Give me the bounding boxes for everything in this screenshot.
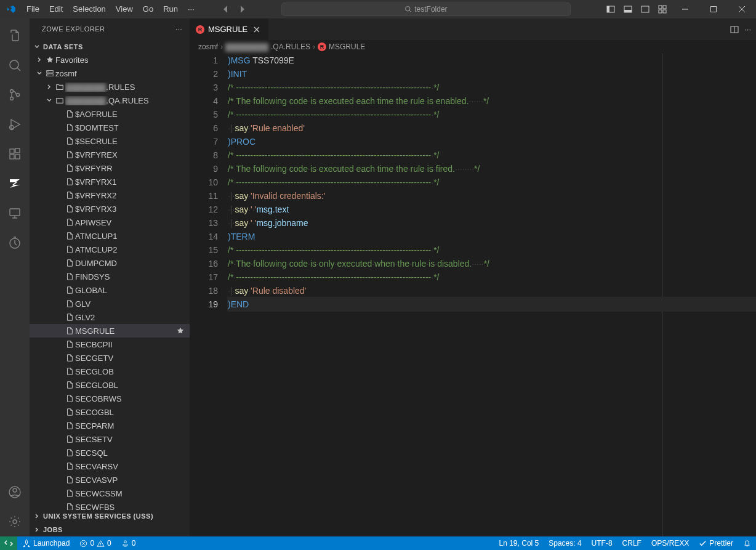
- tree-row[interactable]: ATMCLUP1: [30, 229, 190, 243]
- tab-msgrule[interactable]: R MSGRULE: [190, 18, 268, 40]
- window-maximize[interactable]: [699, 0, 728, 18]
- tree-row[interactable]: SECGLOB: [30, 365, 190, 378]
- svg-point-14: [17, 94, 20, 97]
- tree-row[interactable]: SECVASVP: [30, 473, 190, 487]
- window-minimize[interactable]: [671, 0, 699, 18]
- tree-row[interactable]: GLV2: [30, 310, 190, 324]
- activity-remote-icon[interactable]: [0, 198, 30, 228]
- layout-sidebar-left-icon[interactable]: [602, 0, 619, 18]
- item-icon: [64, 245, 75, 254]
- tree-row[interactable]: Favorites: [30, 53, 190, 67]
- item-label: $VRFYRX3: [75, 204, 116, 214]
- tree-row[interactable]: SECOGBL: [30, 405, 190, 419]
- tree-row[interactable]: $VRFYRR: [30, 161, 190, 175]
- editor-content[interactable]: 12345678910111213141516171819 )MSG TSS70…: [190, 54, 756, 536]
- tree-row[interactable]: ▓▓▓▓▓▓▓.QA.RULES: [30, 94, 190, 107]
- activity-extensions-icon[interactable]: [0, 139, 30, 169]
- tree-row[interactable]: $VRFYRX3: [30, 202, 190, 216]
- window-close[interactable]: [728, 0, 756, 18]
- menu-run[interactable]: Run: [158, 0, 183, 18]
- code[interactable]: )MSG TSS7099E)INIT/*·-------------------…: [228, 54, 756, 536]
- menu-go[interactable]: Go: [138, 0, 158, 18]
- activity-account-icon[interactable]: [0, 477, 30, 507]
- status-prettier[interactable]: Prettier: [694, 536, 738, 550]
- tree-row[interactable]: $VRFYRX2: [30, 188, 190, 202]
- tree-row[interactable]: APIWSEV: [30, 216, 190, 229]
- tree-row[interactable]: SECOBRWS: [30, 392, 190, 405]
- tree-row[interactable]: FINDSYS: [30, 270, 190, 283]
- section-datasets[interactable]: DATA SETS: [30, 40, 190, 54]
- section-uss[interactable]: UNIX SYSTEM SERVICES (USS): [30, 510, 190, 524]
- tree-row[interactable]: SECSQL: [30, 446, 190, 459]
- tree-row[interactable]: $DOMTEST: [30, 121, 190, 134]
- tree-row[interactable]: SECBCPII: [30, 338, 190, 351]
- menu-view[interactable]: View: [111, 0, 138, 18]
- breadcrumb-ds[interactable]: .QA.RULES: [271, 42, 310, 51]
- status-bell-icon[interactable]: [738, 536, 756, 550]
- menu-edit[interactable]: Edit: [44, 0, 68, 18]
- tree-row[interactable]: $AOFRULE: [30, 107, 190, 121]
- chevron-icon: [44, 83, 54, 91]
- item-icon: [64, 137, 75, 145]
- status-problems[interactable]: 0 0: [74, 536, 116, 550]
- menu-selection[interactable]: Selection: [68, 0, 110, 18]
- menu-more[interactable]: ···: [183, 0, 199, 18]
- tree-row[interactable]: SECGLOBL: [30, 378, 190, 392]
- tabs-actions: ···: [730, 18, 756, 40]
- layout-panel-icon[interactable]: [619, 0, 637, 18]
- tree-row[interactable]: DUMPCMD: [30, 256, 190, 270]
- nav-forward-icon[interactable]: [234, 1, 250, 17]
- svg-rect-8: [659, 10, 662, 13]
- breadcrumb-member[interactable]: MSGRULE: [329, 42, 365, 51]
- tree-row[interactable]: SECVARSV: [30, 459, 190, 473]
- status-encoding[interactable]: UTF-8: [587, 536, 617, 550]
- tab-close-icon[interactable]: [251, 24, 262, 35]
- sidebar-more-icon[interactable]: ···: [175, 25, 182, 33]
- tree-row[interactable]: SECWFBS: [30, 500, 190, 509]
- section-jobs[interactable]: JOBS: [30, 523, 190, 536]
- activity-zowe-icon[interactable]: [0, 169, 30, 198]
- nav-back-icon[interactable]: [218, 1, 234, 17]
- breadcrumb-root[interactable]: zosmf: [198, 42, 218, 51]
- item-icon: [64, 489, 75, 498]
- activity-debug-icon[interactable]: [0, 110, 30, 139]
- item-label: ▓▓▓▓▓▓▓.RULES: [65, 83, 135, 92]
- tree-row[interactable]: ATMCLUP2: [30, 243, 190, 256]
- activity-timer-icon[interactable]: [0, 228, 30, 257]
- activity-explorer-icon[interactable]: [0, 21, 30, 51]
- tree-row[interactable]: zosmf: [30, 67, 190, 80]
- activity-settings-icon[interactable]: [0, 507, 30, 536]
- status-spaces[interactable]: Spaces: 4: [544, 536, 586, 550]
- tree-row[interactable]: MSGRULE: [30, 324, 190, 338]
- tree-row[interactable]: $VRFYREX: [30, 148, 190, 161]
- tree-row[interactable]: $SECRULE: [30, 134, 190, 148]
- star-icon[interactable]: [176, 326, 185, 335]
- tree-row[interactable]: SECGETV: [30, 351, 190, 365]
- remote-button[interactable]: [0, 536, 17, 550]
- svg-point-0: [406, 7, 411, 12]
- status-ports[interactable]: 0: [116, 536, 141, 550]
- status-language[interactable]: OPS/REXX: [646, 536, 694, 550]
- tree-row[interactable]: SECPARM: [30, 419, 190, 432]
- file-type-icon: R: [318, 42, 326, 51]
- split-editor-icon[interactable]: [730, 25, 739, 34]
- status-launchpad[interactable]: Launchpad: [17, 536, 74, 550]
- breadcrumbs[interactable]: zosmf › ▓▓▓▓▓▓▓▓.QA.RULES › R MSGRULE: [190, 40, 756, 54]
- command-center[interactable]: testFolder: [281, 2, 571, 16]
- layout-customize-icon[interactable]: [654, 0, 671, 18]
- tree-row[interactable]: $VRFYRX1: [30, 175, 190, 188]
- tree-row[interactable]: GLV: [30, 297, 190, 310]
- editor-more-icon[interactable]: ···: [744, 25, 751, 34]
- menu-file[interactable]: File: [22, 0, 44, 18]
- tree-row[interactable]: SECWCSSM: [30, 487, 190, 500]
- layout-sidebar-right-icon[interactable]: [637, 0, 654, 18]
- tree-row[interactable]: SECSETV: [30, 432, 190, 446]
- tree-row[interactable]: GLOBAL: [30, 283, 190, 297]
- activity-scm-icon[interactable]: [0, 80, 30, 110]
- item-label: $SECRULE: [75, 137, 118, 146]
- activity-search-icon[interactable]: [0, 51, 30, 80]
- item-icon: [64, 381, 75, 389]
- status-eol[interactable]: CRLF: [617, 536, 646, 550]
- tree-row[interactable]: ▓▓▓▓▓▓▓.RULES: [30, 80, 190, 94]
- status-lncol[interactable]: Ln 19, Col 5: [494, 536, 544, 550]
